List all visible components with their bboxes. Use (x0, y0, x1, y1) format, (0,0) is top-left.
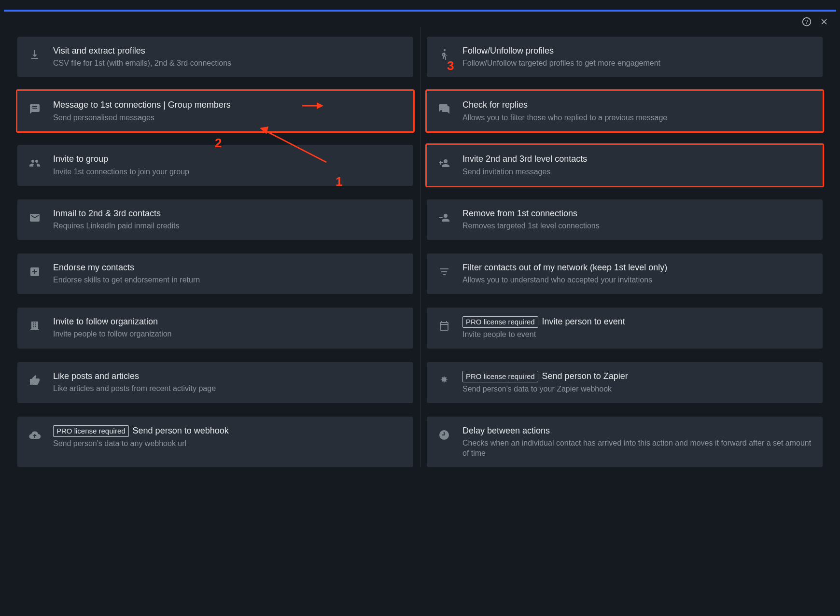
action-title: PRO license requiredInvite person to eve… (462, 316, 625, 328)
person-add-icon (437, 156, 451, 170)
action-card[interactable]: Delay between actionsChecks when an indi… (427, 417, 823, 467)
action-title: PRO license requiredSend person to Zapie… (462, 371, 628, 382)
pro-badge: PRO license required (462, 371, 538, 382)
close-icon[interactable] (819, 16, 829, 27)
clock-icon (437, 428, 451, 442)
action-title-text: Inmail to 2nd & 3rd contacts (53, 208, 161, 219)
action-description: Invite 1st connections to join your grou… (53, 167, 189, 177)
action-title: Check for replies (462, 99, 667, 111)
action-title: Endorse my contacts (53, 262, 200, 273)
action-title: Inmail to 2nd & 3rd contacts (53, 208, 179, 219)
column-divider (420, 27, 420, 467)
action-title-text: Send person to webhook (133, 425, 229, 436)
action-title: Message to 1st connections | Group membe… (53, 99, 231, 111)
modal-header: ? (4, 12, 836, 27)
pro-badge: PRO license required (462, 316, 538, 328)
action-card[interactable]: PRO license requiredSend person to Zapie… (427, 362, 823, 403)
action-title-text: Endorse my contacts (53, 262, 134, 273)
action-title-text: Message to 1st connections | Group membe… (53, 99, 231, 111)
action-card[interactable]: Check for repliesAllows you to filter th… (427, 91, 823, 131)
action-title: Follow/Unfollow profiles (462, 45, 660, 56)
action-title-text: Invite to group (53, 154, 108, 165)
action-title: Delay between actions (462, 425, 812, 436)
svg-text:?: ? (805, 18, 809, 25)
action-card[interactable]: Message to 1st connections | Group membe… (17, 91, 413, 131)
mail-icon (28, 211, 42, 224)
cloud-upload-icon (28, 428, 42, 442)
thumb-up-icon (28, 374, 42, 387)
building-icon (28, 319, 42, 333)
action-card[interactable]: Invite to groupInvite 1st connections to… (17, 145, 413, 185)
action-title-text: Like posts and articles (53, 371, 139, 382)
run-icon (437, 48, 451, 62)
action-card[interactable]: Filter contacts out of my network (keep … (427, 253, 823, 294)
action-description: Invite people to follow organization (53, 329, 172, 339)
action-title-text: Invite 2nd and 3rd level contacts (462, 154, 587, 165)
action-description: Send person's data to your Zapier webhoo… (462, 384, 628, 394)
action-title-text: Invite to follow organization (53, 316, 158, 327)
action-description: Send personalised messages (53, 113, 231, 123)
help-icon[interactable]: ? (801, 16, 812, 27)
action-card[interactable]: Invite 2nd and 3rd level contactsSend in… (427, 145, 823, 185)
action-title-text: Send person to Zapier (542, 371, 628, 382)
action-title-text: Remove from 1st connections (462, 208, 577, 219)
group-icon (28, 156, 42, 170)
action-title-text: Delay between actions (462, 425, 550, 436)
action-description: Allows you to understand who accepted yo… (462, 275, 667, 285)
zapier-icon (437, 374, 451, 387)
action-description: Endorse skills to get endorsement in ret… (53, 275, 200, 285)
action-description: Like articles and posts from recent acti… (53, 384, 216, 394)
action-description: Removes targeted 1st level connections (462, 221, 600, 231)
action-card[interactable]: PRO license requiredSend person to webho… (17, 417, 413, 467)
action-title-text: Invite person to event (542, 316, 625, 327)
action-title: Invite to group (53, 154, 189, 165)
action-card[interactable]: PRO license requiredInvite person to eve… (427, 308, 823, 349)
action-card[interactable]: Follow/Unfollow profilesFollow/Unfollow … (427, 37, 823, 77)
action-title-text: Filter contacts out of my network (keep … (462, 262, 667, 273)
message-icon (28, 102, 42, 116)
action-description: Allows you to filter those who replied t… (462, 113, 667, 123)
action-title-text: Check for replies (462, 99, 528, 111)
action-title: Filter contacts out of my network (keep … (462, 262, 667, 273)
action-description: CSV file for 1st (with emails), 2nd & 3r… (53, 58, 231, 69)
action-card[interactable]: Like posts and articlesLike articles and… (17, 362, 413, 403)
calendar-icon (437, 319, 451, 333)
pro-badge: PRO license required (53, 425, 129, 437)
action-card[interactable]: Endorse my contactsEndorse skills to get… (17, 253, 413, 294)
action-card[interactable]: Invite to follow organizationInvite peop… (17, 308, 413, 349)
action-description: Checks when an individual contact has ar… (462, 438, 812, 459)
action-description: Invite people to event (462, 330, 625, 340)
filter-icon (437, 265, 451, 279)
action-title: Invite 2nd and 3rd level contacts (462, 154, 587, 165)
action-title: Like posts and articles (53, 371, 216, 382)
action-card[interactable]: Inmail to 2nd & 3rd contactsRequires Lin… (17, 199, 413, 240)
action-title: Remove from 1st connections (462, 208, 600, 219)
action-description: Send person's data to any webhook url (53, 439, 229, 449)
action-title: Invite to follow organization (53, 316, 172, 327)
action-description: Follow/Unfollow targeted profiles to get… (462, 58, 660, 69)
action-card[interactable]: Visit and extract profilesCSV file for 1… (17, 37, 413, 77)
download-icon (28, 48, 42, 62)
action-description: Requires LinkedIn paid inmail credits (53, 221, 179, 231)
action-description: Send invitation messages (462, 167, 587, 177)
action-title: PRO license requiredSend person to webho… (53, 425, 229, 437)
chat-icon (437, 102, 451, 116)
action-title: Visit and extract profiles (53, 45, 231, 56)
plus-box-icon (28, 265, 42, 279)
person-remove-icon (437, 211, 451, 224)
action-title-text: Follow/Unfollow profiles (462, 45, 554, 56)
action-card[interactable]: Remove from 1st connectionsRemoves targe… (427, 199, 823, 240)
action-title-text: Visit and extract profiles (53, 45, 145, 56)
